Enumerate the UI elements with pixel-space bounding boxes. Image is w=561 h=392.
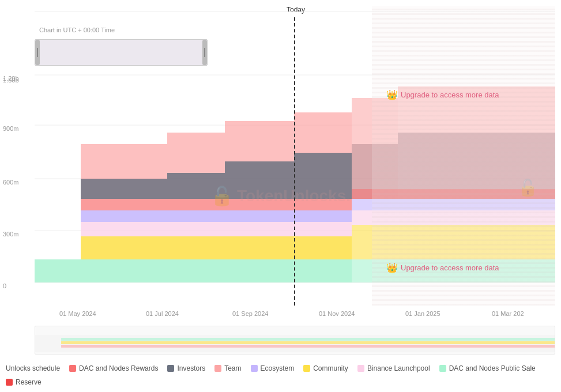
legend-team: Team <box>214 364 241 372</box>
y-label-0: 0 <box>3 282 6 289</box>
watermark: 🔓 TokenUnlocks. <box>210 185 351 207</box>
svg-rect-13 <box>294 210 352 222</box>
legend-dac-nodes-rewards: DAC and Nodes Rewards <box>69 364 158 372</box>
x-label-jan: 01 Jan 2025 <box>405 310 440 317</box>
handle-line-right <box>204 48 205 57</box>
legend-unlocks-schedule: Unlocks schedule <box>6 364 60 372</box>
investors-dot <box>167 365 174 372</box>
crown-icon-bottom: 👑 <box>386 262 398 273</box>
navigator-svg <box>35 326 555 354</box>
dac-nodes-rewards-label: DAC and Nodes Rewards <box>79 364 158 372</box>
svg-rect-37 <box>61 345 555 348</box>
dac-nodes-public-sale-label: DAC and Nodes Public Sale <box>449 364 536 372</box>
reserve-label: Reserve <box>16 378 42 386</box>
x-label-sep: 01 Sep 2024 <box>232 310 268 317</box>
navigator-handle-right[interactable] <box>202 40 207 65</box>
svg-rect-7 <box>294 259 352 282</box>
reserve-dot <box>6 379 13 386</box>
chart-legend: Unlocks schedule DAC and Nodes Rewards I… <box>0 364 561 386</box>
y-label-300m: 300m <box>3 231 19 238</box>
x-label-may: 01 May 2024 <box>59 310 96 317</box>
binance-launchpool-dot <box>357 365 364 372</box>
svg-rect-36 <box>61 341 555 344</box>
svg-rect-35 <box>61 338 555 341</box>
upgrade-text-top: Upgrade to access more data <box>401 91 499 99</box>
legend-binance-launchpool: Binance Launchpool <box>357 364 430 372</box>
community-dot <box>303 365 310 372</box>
ecosystem-dot <box>251 365 258 372</box>
ecosystem-label: Ecosystem <box>261 364 295 372</box>
navigator-handle-left[interactable] <box>35 40 40 65</box>
handle-line-left <box>37 48 38 57</box>
legend-community: Community <box>303 364 348 372</box>
watermark-lock-icon: 🔓 <box>210 185 234 207</box>
svg-rect-20 <box>81 179 167 199</box>
x-label-nov: 01 Nov 2024 <box>319 310 355 317</box>
chart-container: 1.50b 1.20b 900m 600m 300m 0 Chart in UT… <box>0 0 561 392</box>
svg-rect-12 <box>81 210 294 222</box>
y-label-900m: 900m <box>3 125 19 132</box>
today-line <box>294 17 295 306</box>
svg-rect-10 <box>81 222 294 236</box>
legend-reserve: Reserve <box>6 378 555 386</box>
upgrade-badge-bottom[interactable]: 👑 Upgrade to access more data <box>386 262 499 273</box>
svg-rect-11 <box>294 222 352 236</box>
x-label-mar: 01 Mar 202 <box>492 310 524 317</box>
upgrade-overlay <box>372 6 555 306</box>
dac-nodes-rewards-dot <box>69 365 76 372</box>
chart-navigator[interactable] <box>35 326 555 355</box>
svg-rect-9 <box>294 236 352 259</box>
svg-rect-8 <box>81 236 294 259</box>
y-label-120b: 1.20b <box>3 75 19 82</box>
y-label-600m: 600m <box>3 179 19 186</box>
x-label-jul: 01 Jul 2024 <box>146 310 179 317</box>
navigator-selection <box>35 39 208 66</box>
binance-launchpool-label: Binance Launchpool <box>367 364 430 372</box>
community-label: Community <box>313 364 348 372</box>
investors-label: Investors <box>177 364 205 372</box>
team-label: Team <box>224 364 241 372</box>
svg-rect-6 <box>35 259 294 282</box>
crown-icon-top: 👑 <box>386 89 398 100</box>
upgrade-badge-top[interactable]: 👑 Upgrade to access more data <box>386 89 499 100</box>
team-dot <box>214 365 221 372</box>
legend-dac-nodes-public-sale: DAC and Nodes Public Sale <box>439 364 536 372</box>
legend-ecosystem: Ecosystem <box>251 364 295 372</box>
upgrade-text-bottom: Upgrade to access more data <box>401 263 499 272</box>
legend-investors: Investors <box>167 364 205 372</box>
dac-nodes-public-sale-dot <box>439 365 446 372</box>
unlocks-schedule-label: Unlocks schedule <box>6 364 60 372</box>
